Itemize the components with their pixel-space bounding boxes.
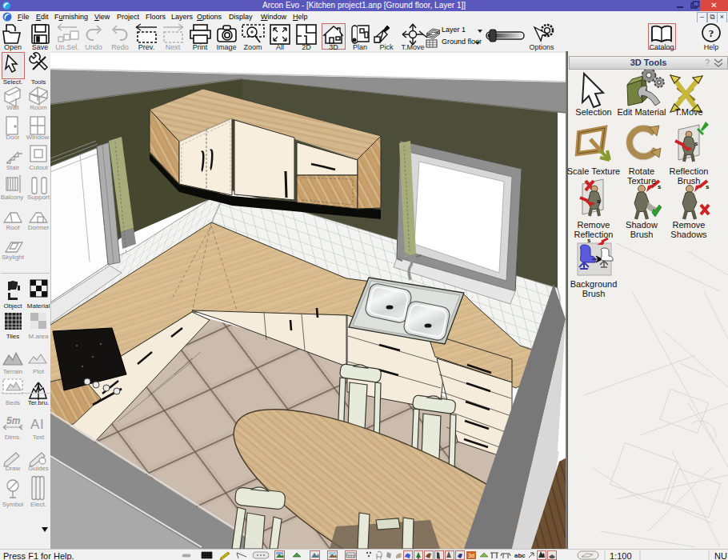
svg-text:5m: 5m [6,415,21,426]
svg-text:Layer 1: Layer 1 [442,26,466,34]
svg-text:abc: abc [514,552,526,559]
svg-text:s: s [694,140,698,147]
svg-text:A: A [30,417,40,432]
svg-text:I: I [40,417,44,432]
svg-text:3d: 3d [468,553,474,558]
svg-text:s: s [597,198,601,205]
svg-text:?: ? [709,27,714,39]
